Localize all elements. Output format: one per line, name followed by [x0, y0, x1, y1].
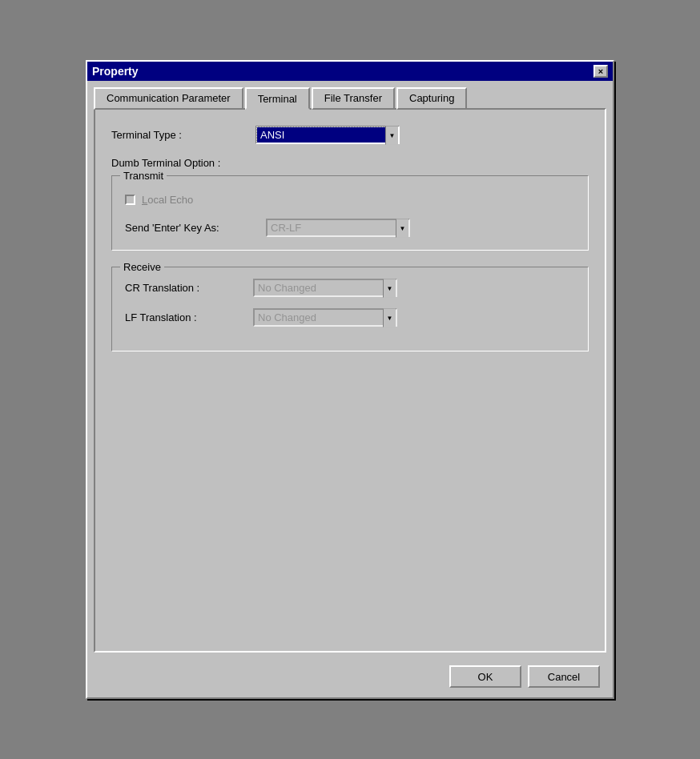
title-bar: Property ×	[87, 62, 613, 81]
transmit-group-label: Transmit	[120, 170, 167, 182]
ok-button[interactable]: OK	[449, 665, 521, 688]
tab-capturing[interactable]: Capturing	[396, 87, 467, 110]
lf-translation-select-wrapper: No Changed CR-LF CR	[253, 308, 397, 327]
send-enter-select[interactable]: CR-LF CR LF	[266, 219, 410, 237]
tab-communication-parameter[interactable]: Communication Parameter	[94, 87, 243, 110]
tab-file-transfer[interactable]: File Transfer	[312, 87, 395, 110]
terminal-type-label: Terminal Type :	[111, 129, 255, 141]
close-button[interactable]: ×	[593, 65, 608, 78]
tab-bar: Communication Parameter Terminal File Tr…	[87, 81, 613, 108]
cr-translation-label: CR Translation :	[125, 282, 253, 294]
bottom-buttons: OK Cancel	[87, 659, 613, 697]
title-bar-title: Property	[92, 65, 139, 78]
property-window: Property × Communication Parameter Termi…	[86, 60, 614, 699]
local-echo-label: Local Echo	[142, 194, 193, 206]
lf-translation-label: LF Translation :	[125, 311, 253, 323]
cancel-button[interactable]: Cancel	[528, 665, 600, 688]
lf-translation-select[interactable]: No Changed CR-LF CR	[253, 308, 397, 327]
send-enter-label: Send 'Enter' Key As:	[125, 222, 253, 234]
content-area: Terminal Type : ANSI VT100 VT220 TTY Dum…	[94, 108, 606, 653]
send-enter-select-wrapper: CR-LF CR LF	[266, 219, 410, 237]
cr-translation-select-wrapper: No Changed CR-LF LF	[253, 279, 397, 297]
window-title: Property	[92, 65, 139, 78]
tab-terminal[interactable]: Terminal	[245, 87, 310, 110]
dumb-terminal-label: Dumb Terminal Option :	[111, 157, 589, 169]
terminal-type-select-wrapper: ANSI VT100 VT220 TTY	[255, 126, 400, 144]
cr-translation-select[interactable]: No Changed CR-LF LF	[253, 279, 397, 297]
receive-group-label: Receive	[120, 261, 164, 273]
lf-translation-row: LF Translation : No Changed CR-LF CR	[125, 308, 575, 327]
terminal-type-row: Terminal Type : ANSI VT100 VT220 TTY	[111, 126, 589, 144]
terminal-type-select[interactable]: ANSI VT100 VT220 TTY	[255, 126, 400, 144]
cr-translation-row: CR Translation : No Changed CR-LF LF	[125, 279, 575, 297]
transmit-group-box: Transmit Local Echo Send 'Enter' Key As:…	[111, 175, 589, 251]
local-echo-row: Local Echo	[125, 194, 575, 206]
send-enter-row: Send 'Enter' Key As: CR-LF CR LF	[125, 219, 575, 237]
local-echo-checkbox[interactable]	[125, 195, 135, 205]
receive-group-box: Receive CR Translation : No Changed CR-L…	[111, 267, 589, 351]
